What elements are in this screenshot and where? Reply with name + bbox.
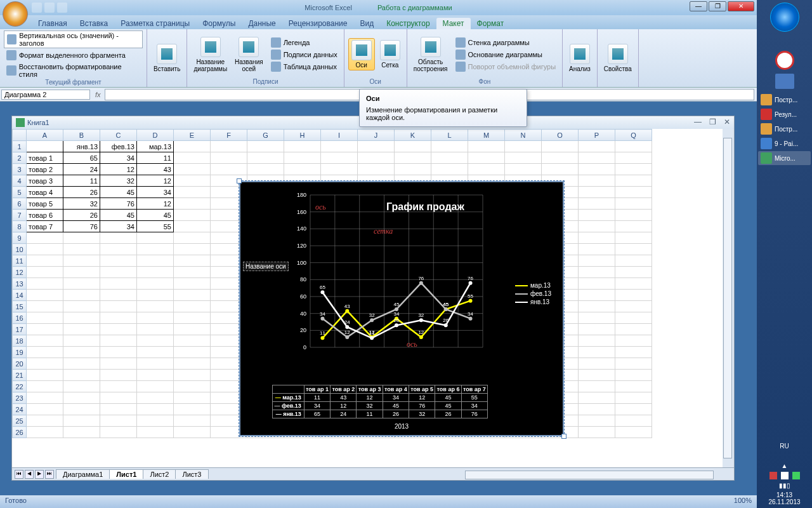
cell[interactable]	[211, 152, 247, 164]
col-header[interactable]: D	[137, 130, 174, 141]
row-header[interactable]: 8	[13, 221, 27, 232]
cell[interactable]: 45	[137, 210, 174, 221]
row-header[interactable]: 4	[13, 175, 27, 187]
cell[interactable]: 43	[137, 164, 174, 175]
gridlines-button[interactable]: Сетка	[377, 39, 403, 70]
cell[interactable]	[137, 335, 174, 347]
cell[interactable]: товар 1	[27, 152, 63, 164]
embedded-chart[interactable]: График продаж Название оси сетка ось ось…	[239, 181, 564, 436]
row-header[interactable]: 9	[13, 232, 27, 244]
cell[interactable]	[615, 232, 652, 244]
cell[interactable]	[358, 164, 395, 175]
cell[interactable]	[27, 290, 63, 301]
wb-close-icon[interactable]: ✕	[724, 117, 730, 126]
chart-element-selector[interactable]: Вертикальная ось (значений) - заголов	[4, 30, 143, 48]
cell[interactable]	[579, 392, 615, 404]
chart-floor-button[interactable]: Основание диаграммы	[453, 49, 559, 60]
cell[interactable]	[63, 415, 100, 427]
row-header[interactable]: 23	[13, 392, 27, 404]
cell[interactable]	[579, 290, 615, 301]
save-icon[interactable]	[32, 3, 42, 13]
cell[interactable]	[174, 381, 211, 392]
cell[interactable]	[100, 301, 137, 312]
wb-minimize-icon[interactable]: —	[694, 117, 702, 126]
cell[interactable]	[615, 381, 652, 392]
cell[interactable]	[100, 244, 137, 255]
cell[interactable]: 26	[63, 210, 100, 221]
cell[interactable]	[468, 164, 505, 175]
cell[interactable]	[100, 290, 137, 301]
explorer-icon[interactable]	[775, 74, 794, 89]
cell[interactable]: 11	[63, 175, 100, 187]
cell[interactable]	[137, 324, 174, 335]
cell[interactable]	[100, 232, 137, 244]
ribbon-tab-Главная[interactable]: Главная	[32, 18, 74, 29]
cell[interactable]: 76	[63, 221, 100, 232]
row-header[interactable]: 12	[13, 267, 27, 278]
taskbar-item[interactable]: Постр...	[758, 93, 811, 107]
col-header[interactable]: G	[247, 130, 284, 141]
cell[interactable]	[247, 141, 284, 152]
ribbon-tab-Вставка[interactable]: Вставка	[74, 18, 115, 29]
cell[interactable]	[615, 164, 652, 175]
cell[interactable]	[174, 415, 211, 427]
cell[interactable]	[27, 301, 63, 312]
wb-maximize-icon[interactable]: ❐	[709, 117, 716, 126]
cell[interactable]	[63, 381, 100, 392]
cell[interactable]	[100, 312, 137, 324]
cell[interactable]	[63, 244, 100, 255]
sheet-tab[interactable]: Лист3	[175, 469, 208, 479]
row-header[interactable]: 24	[13, 404, 27, 415]
cell[interactable]	[63, 392, 100, 404]
cell[interactable]	[100, 381, 137, 392]
cell[interactable]	[358, 141, 395, 152]
cell[interactable]	[137, 404, 174, 415]
cell[interactable]	[579, 164, 615, 175]
cell[interactable]: 12	[137, 198, 174, 210]
cell[interactable]: 65	[63, 152, 100, 164]
cell[interactable]	[100, 370, 137, 381]
cell[interactable]	[63, 335, 100, 347]
row-header[interactable]: 1	[13, 141, 27, 152]
cell[interactable]: 34	[100, 221, 137, 232]
row-header[interactable]: 17	[13, 324, 27, 335]
cell[interactable]: 32	[63, 198, 100, 210]
cell[interactable]	[542, 164, 579, 175]
undo-icon[interactable]	[44, 3, 55, 13]
tray-time[interactable]: 14:13	[757, 491, 812, 498]
chart-title-button[interactable]: Название диаграммы	[191, 36, 230, 74]
row-header[interactable]: 20	[13, 358, 27, 370]
col-header[interactable]: N	[505, 130, 542, 141]
maximize-button[interactable]: ❐	[709, 1, 726, 11]
ribbon-tab-Формулы[interactable]: Формулы	[196, 18, 242, 29]
chart-wall-button[interactable]: Стенка диаграммы	[453, 37, 559, 48]
cell[interactable]	[615, 404, 652, 415]
cell[interactable]	[615, 392, 652, 404]
cell[interactable]: товар 6	[27, 210, 63, 221]
cell[interactable]	[27, 427, 63, 438]
cell[interactable]	[63, 267, 100, 278]
cell[interactable]	[174, 404, 211, 415]
cell[interactable]	[27, 232, 63, 244]
col-header[interactable]: B	[63, 130, 100, 141]
row-header[interactable]: 22	[13, 381, 27, 392]
spreadsheet-grid[interactable]: ABCDEFGHIJKLMNOPQ1янв.13фев.13мар.132тов…	[12, 129, 734, 438]
cell[interactable]	[321, 164, 358, 175]
sheet-tab[interactable]: Диаграмма1	[56, 469, 110, 479]
col-header[interactable]: I	[321, 130, 358, 141]
cell[interactable]	[100, 392, 137, 404]
cell[interactable]	[27, 370, 63, 381]
plot-area-button[interactable]: Область построения	[411, 36, 450, 74]
cell[interactable]	[27, 255, 63, 267]
analysis-button[interactable]: Анализ	[566, 43, 593, 74]
cell[interactable]	[27, 312, 63, 324]
cell[interactable]	[174, 232, 211, 244]
cell[interactable]	[174, 244, 211, 255]
col-header[interactable]: A	[27, 130, 63, 141]
cell[interactable]	[27, 381, 63, 392]
cell[interactable]	[100, 335, 137, 347]
col-header[interactable]: M	[468, 130, 505, 141]
axis-titles-button[interactable]: Названия осей	[232, 36, 266, 74]
cell[interactable]	[579, 152, 615, 164]
cell[interactable]	[615, 347, 652, 358]
